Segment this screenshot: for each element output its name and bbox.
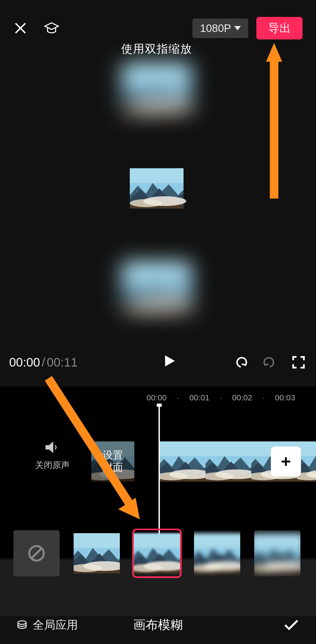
cover-label: 设置 封面 <box>91 449 134 474</box>
timeline-ruler: 00:00 · 00:01 · 00:02 · 00:03 <box>0 392 316 403</box>
svg-point-9 <box>18 621 26 624</box>
bottom-action-bar: 全局应用 画布模糊 <box>0 613 316 637</box>
mute-toggle[interactable]: 关闭原声 <box>32 440 73 471</box>
blur-option-0[interactable] <box>74 530 120 576</box>
clip-frame <box>160 440 206 483</box>
redo-button[interactable] <box>263 356 277 369</box>
preview-video-frame <box>74 140 239 237</box>
preview-blur-bottom <box>74 237 239 339</box>
global-apply-button[interactable]: 全局应用 <box>16 617 78 632</box>
mute-icon <box>44 440 60 455</box>
timeline-playhead[interactable] <box>159 405 160 550</box>
ruler-tick: 00:02 <box>232 393 252 402</box>
ruler-tick: · <box>220 393 222 402</box>
ruler-tick: 00:00 <box>146 393 167 402</box>
clip-frame <box>206 440 251 483</box>
confirm-button[interactable] <box>283 618 300 632</box>
preview-hint-text: 使用双指缩放 <box>74 41 239 56</box>
panel-title: 画布模糊 <box>133 617 183 633</box>
time-total: 00:11 <box>47 355 78 369</box>
tutorial-icon[interactable] <box>44 20 60 36</box>
export-button[interactable]: 导出 <box>256 17 303 39</box>
time-separator: / <box>42 355 45 369</box>
play-button[interactable] <box>162 354 176 371</box>
playback-bar: 00:00 / 00:11 <box>0 352 316 373</box>
undo-button[interactable] <box>234 356 248 369</box>
blur-options-panel <box>0 560 316 616</box>
mute-label: 关闭原声 <box>35 459 70 471</box>
top-bar: 1080P 导出 <box>0 19 316 38</box>
ruler-tick: · <box>263 393 265 402</box>
annotation-arrow-export <box>263 43 285 205</box>
fullscreen-button[interactable] <box>292 356 305 369</box>
plus-icon <box>280 455 292 468</box>
blur-option-1[interactable] <box>134 530 180 576</box>
svg-marker-7 <box>165 355 175 367</box>
blur-option-none[interactable] <box>13 530 60 576</box>
quality-label: 1080P <box>200 22 231 34</box>
set-cover-button[interactable]: 设置 封面 <box>91 440 134 483</box>
global-apply-label: 全局应用 <box>33 617 78 632</box>
check-icon <box>283 618 300 631</box>
time-current: 00:00 <box>9 355 40 369</box>
ruler-tick: · <box>177 393 179 402</box>
close-button[interactable] <box>13 21 27 35</box>
no-symbol-icon <box>27 544 46 563</box>
chevron-down-icon <box>234 26 241 30</box>
svg-marker-11 <box>266 43 282 62</box>
preview-canvas[interactable]: 使用双指缩放 <box>74 38 239 339</box>
quality-dropdown[interactable]: 1080P <box>192 19 248 38</box>
stack-icon <box>16 619 28 631</box>
add-clip-button[interactable] <box>271 447 301 477</box>
ruler-tick: 00:01 <box>189 393 209 402</box>
blur-option-3[interactable] <box>254 530 300 576</box>
ruler-tick: 00:03 <box>275 393 295 402</box>
blur-option-2[interactable] <box>194 530 240 576</box>
